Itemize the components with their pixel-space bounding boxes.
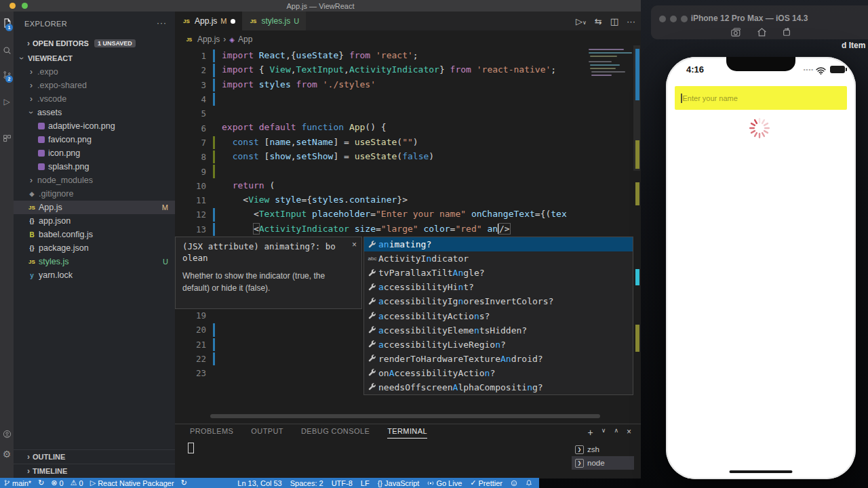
timeline-section[interactable]: › TIMELINE bbox=[14, 464, 186, 478]
home-indicator[interactable] bbox=[730, 470, 793, 474]
explorer-item--vscode[interactable]: ›.vscode bbox=[14, 92, 175, 106]
simulator-titlebar[interactable]: iPhone 12 Pro Max — iOS 14.3 bbox=[651, 5, 868, 39]
close-panel-icon[interactable]: × bbox=[627, 427, 631, 438]
tab-output[interactable]: OUTPUT bbox=[251, 427, 283, 439]
suggestion-accessibilityactions-[interactable]: accessibilityActions? bbox=[364, 308, 633, 323]
feedback-icon[interactable] bbox=[511, 480, 517, 487]
explorer-item--gitignore[interactable]: ◆.gitignore bbox=[14, 187, 175, 201]
name-text-input[interactable]: Enter your name bbox=[675, 86, 847, 110]
settings-gear-icon[interactable]: ⚙ bbox=[0, 447, 14, 462]
code-line-22[interactable]: 22 bbox=[175, 352, 256, 366]
screenshot-camera-icon[interactable] bbox=[731, 27, 742, 39]
code-line-4[interactable]: 4 bbox=[175, 92, 641, 106]
go-live-button[interactable]: Go Live bbox=[427, 479, 462, 487]
explorer-item-favicon-png[interactable]: favicon.png bbox=[14, 133, 175, 146]
encoding-indicator[interactable]: UTF-8 bbox=[332, 479, 353, 487]
unsaved-dot-icon[interactable] bbox=[231, 19, 235, 24]
code-line-10[interactable]: 10 return ( bbox=[175, 179, 641, 193]
explorer-item-viewreact[interactable]: ›VIEWREACT bbox=[14, 52, 175, 65]
refresh-icon[interactable]: ↻ bbox=[181, 479, 187, 487]
code-line-1[interactable]: 1import React,{useState} from 'react'; bbox=[175, 49, 641, 63]
chevron-down-icon[interactable]: ∨ bbox=[601, 427, 606, 438]
rotate-device-icon[interactable] bbox=[782, 27, 791, 39]
split-editor-icon[interactable]: ◫ bbox=[610, 16, 618, 26]
terminal-cursor[interactable] bbox=[188, 443, 194, 453]
outline-section[interactable]: › OUTLINE bbox=[14, 449, 186, 464]
suggestion-animating-[interactable]: animating? bbox=[364, 237, 633, 251]
prettier-indicator[interactable]: ✓ Prettier bbox=[470, 479, 502, 487]
terminal-item-node[interactable]: ❯ node bbox=[572, 456, 634, 470]
explorer-more-actions[interactable]: ··· bbox=[157, 18, 167, 28]
code-line-5[interactable]: 5 bbox=[175, 106, 641, 121]
tab-styles-js[interactable]: JS styles.js U bbox=[242, 12, 307, 30]
code-line-13[interactable]: 13 <ActivityIndicator size="large" color… bbox=[175, 222, 641, 237]
code-line-12[interactable]: 12 <TextInput placeholder="Enter your na… bbox=[175, 207, 641, 222]
warnings-indicator[interactable]: ⚠ 0 bbox=[71, 479, 83, 487]
terminal-item-zsh[interactable]: ❯ zsh bbox=[572, 443, 634, 456]
search-icon[interactable] bbox=[0, 43, 14, 58]
language-indicator[interactable]: {} JavaScript bbox=[378, 479, 420, 487]
suggestion-activityindicator[interactable]: abcActivityIndicator bbox=[364, 251, 633, 266]
explorer-item-node-modules[interactable]: ›node_modules bbox=[14, 174, 175, 187]
explorer-item-app-json[interactable]: {}app.json bbox=[14, 214, 175, 228]
zoom-traffic-light[interactable] bbox=[22, 3, 28, 9]
code-area[interactable]: 1import React,{useState} from 'react';2i… bbox=[175, 49, 641, 237]
suggestion-accessibilityhint-[interactable]: accessibilityHint? bbox=[364, 280, 633, 294]
maximize-panel-icon[interactable]: ∧ bbox=[614, 427, 618, 438]
run-debug-icon[interactable]: ▷ bbox=[0, 94, 14, 109]
open-changes-icon[interactable]: ⇆ bbox=[595, 16, 602, 26]
window-titlebar[interactable]: App.js — ViewReact bbox=[0, 0, 641, 12]
explorer-item-assets[interactable]: ›assets bbox=[14, 106, 175, 119]
tab-debug-console[interactable]: DEBUG CONSOLE bbox=[301, 427, 370, 439]
suggestion-accessibilityelementshidden-[interactable]: accessibilityElementsHidden? bbox=[364, 323, 633, 338]
code-line-20[interactable]: 20 bbox=[175, 323, 256, 337]
code-line-21[interactable]: 21 bbox=[175, 338, 256, 352]
code-line-7[interactable]: 7 const [name,setName] = useState("") bbox=[175, 136, 641, 150]
cursor-position[interactable]: Ln 13, Col 53 bbox=[237, 479, 281, 487]
tab-terminal[interactable]: TERMINAL bbox=[387, 427, 427, 439]
more-actions-icon[interactable]: ··· bbox=[627, 16, 635, 26]
minimize-traffic-light[interactable] bbox=[9, 3, 16, 9]
explorer-item-adaptive-icon-png[interactable]: adaptive-icon.png bbox=[14, 119, 175, 133]
code-line-9[interactable]: 9 bbox=[175, 164, 641, 178]
explorer-item--expo-shared[interactable]: ›.expo-shared bbox=[14, 79, 175, 92]
tab-problems[interactable]: PROBLEMS bbox=[190, 427, 233, 439]
code-line-8[interactable]: 8 const [show,setShow] = useState(false) bbox=[175, 150, 641, 164]
suggestion-rendertohardwaretextureandroid-[interactable]: renderToHardwareTextureAndroid? bbox=[364, 352, 633, 366]
code-line-19[interactable]: 19 bbox=[175, 308, 256, 323]
code-line-3[interactable]: 3import styles from './styles' bbox=[175, 78, 641, 92]
indentation-indicator[interactable]: Spaces: 2 bbox=[290, 479, 323, 487]
suggestion-needsoffscreenalphacompositing-[interactable]: needsOffscreenAlphaCompositing? bbox=[364, 380, 633, 394]
suggestion-onaccessibilityaction-[interactable]: onAccessibilityAction? bbox=[364, 366, 633, 380]
sync-changes-icon[interactable]: ↻ bbox=[38, 479, 44, 487]
explorer-item-package-json[interactable]: {}package.json bbox=[14, 241, 175, 255]
explorer-item-app-js[interactable]: JSApp.jsM bbox=[14, 201, 175, 214]
suggestion-tvparallaxtiltangle-[interactable]: tvParallaxTiltAngle? bbox=[364, 266, 633, 280]
explorer-item-styles-js[interactable]: JSstyles.jsU bbox=[14, 255, 175, 268]
explorer-item-yarn-lock[interactable]: yyarn.lock bbox=[14, 268, 175, 282]
horizontal-scrollbar[interactable] bbox=[210, 414, 600, 418]
explorer-item-icon-png[interactable]: icon.png bbox=[14, 146, 175, 160]
account-icon[interactable] bbox=[0, 426, 14, 441]
code-line-11[interactable]: 11 <View style={styles.container}> bbox=[175, 193, 641, 207]
breadcrumb[interactable]: JS App.js › ◈ App bbox=[184, 32, 252, 47]
notifications-bell-icon[interactable] bbox=[526, 479, 532, 487]
open-editors-section[interactable]: › OPEN EDITORS 1 UNSAVED bbox=[14, 36, 186, 51]
home-icon[interactable] bbox=[757, 27, 767, 39]
suggestion-accessibilityignoresinvertcolors-[interactable]: accessibilityIgnoresInvertColors? bbox=[364, 294, 633, 308]
new-terminal-icon[interactable]: + bbox=[588, 427, 593, 438]
tab-app-js[interactable]: JS App.js M bbox=[175, 12, 242, 30]
code-line-2[interactable]: 2import { View,TextInput,ActivityIndicat… bbox=[175, 63, 641, 77]
code-line-6[interactable]: 6export default function App() { bbox=[175, 121, 641, 135]
git-branch-indicator[interactable]: main* bbox=[4, 479, 31, 487]
explorer-item-babel-config-js[interactable]: Bbabel.config.js bbox=[14, 228, 175, 241]
explorer-item--expo[interactable]: ›.expo bbox=[14, 65, 175, 79]
extensions-icon[interactable] bbox=[0, 131, 14, 146]
task-indicator[interactable]: ▷ React Native Packager bbox=[90, 479, 174, 487]
explorer-item-splash-png[interactable]: splash.png bbox=[14, 160, 175, 174]
code-line-23[interactable]: 23 bbox=[175, 366, 256, 380]
suggestion-accessibilityliveregion-[interactable]: accessibilityLiveRegion? bbox=[364, 338, 633, 352]
minimap[interactable] bbox=[587, 47, 635, 83]
close-icon[interactable]: × bbox=[352, 240, 357, 249]
run-or-debug-icon[interactable]: ▷∨ bbox=[576, 16, 587, 26]
